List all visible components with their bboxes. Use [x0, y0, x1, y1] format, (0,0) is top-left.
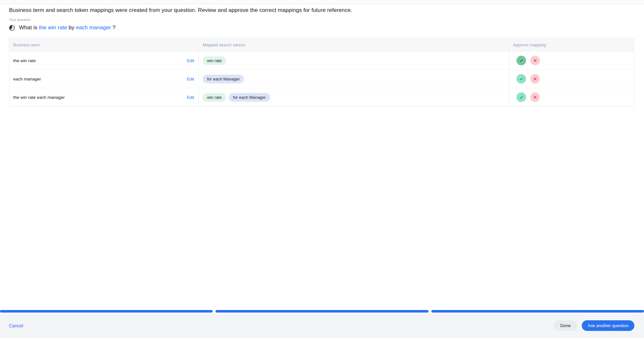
- main-content: Business term and search token mappings …: [0, 7, 644, 107]
- table-row: the win rate each managerEditwin ratefor…: [9, 88, 634, 106]
- mapping-table: Business term Mapped search tokens Appro…: [9, 38, 634, 107]
- cancel-button[interactable]: Cancel: [9, 323, 23, 328]
- business-term-text: the win rate each manager: [13, 95, 65, 100]
- column-header-mapped-tokens: Mapped search tokens: [199, 38, 509, 51]
- approve-mapping-cell: [509, 88, 634, 106]
- ask-another-question-button[interactable]: Ask another question: [582, 320, 634, 331]
- mapped-tokens-cell: win ratefor each Manager: [199, 88, 509, 106]
- token-chip: for each Manager: [203, 75, 244, 83]
- footer-actions: Done Ask another question: [553, 320, 634, 331]
- reject-mapping-button[interactable]: [530, 56, 540, 65]
- x-icon: [533, 77, 537, 81]
- mapped-tokens-cell: win rate: [199, 52, 509, 70]
- business-term-cell: the win rateEdit: [9, 52, 199, 70]
- question-text: What is the win rate by each manager ?: [19, 24, 116, 31]
- progress-bar: [0, 310, 644, 313]
- question-label: Your question: [9, 18, 634, 22]
- column-header-approve-mapping: Approve mapping: [509, 38, 634, 51]
- business-term-cell: the win rate each managerEdit: [9, 88, 199, 106]
- x-icon: [533, 95, 537, 99]
- table-body: the win rateEditwin rateeach managerEdit…: [9, 51, 634, 106]
- approve-mapping-button[interactable]: [516, 74, 526, 84]
- footer: Cancel Done Ask another question: [0, 313, 644, 338]
- bottom-bar: Cancel Done Ask another question: [0, 310, 644, 338]
- progress-segment: [216, 310, 428, 313]
- edit-button[interactable]: Edit: [187, 77, 194, 81]
- token-chip: win rate: [203, 56, 226, 65]
- globe-insight-icon: [9, 25, 15, 31]
- reject-mapping-button[interactable]: [530, 92, 540, 102]
- check-icon: [519, 58, 524, 63]
- progress-segment: [431, 310, 644, 313]
- table-row: the win rateEditwin rate: [9, 51, 634, 70]
- approve-mapping-cell: [509, 70, 634, 88]
- question-token[interactable]: each manager: [76, 24, 111, 31]
- table-header-row: Business term Mapped search tokens Appro…: [9, 38, 634, 51]
- approve-mapping-button[interactable]: [516, 56, 526, 65]
- approve-mapping-cell: [509, 52, 634, 70]
- question-row: What is the win rate by each manager ?: [9, 24, 634, 31]
- question-text-part: What is: [19, 24, 39, 31]
- intro-message: Business term and search token mappings …: [9, 7, 634, 14]
- token-chip: win rate: [203, 93, 226, 102]
- top-divider: [0, 0, 644, 4]
- mapped-tokens-cell: for each Manager: [199, 70, 509, 88]
- token-chip: for each Manager: [229, 93, 270, 102]
- check-icon: [519, 77, 524, 81]
- question-text-part: by: [67, 24, 76, 31]
- column-header-business-term: Business term: [9, 38, 199, 51]
- table-row: each managerEditfor each Manager: [9, 70, 634, 88]
- progress-segment: [0, 310, 213, 313]
- business-term-text: each manager: [13, 77, 41, 81]
- edit-button[interactable]: Edit: [187, 58, 194, 63]
- business-term-cell: each managerEdit: [9, 70, 199, 88]
- approve-mapping-button[interactable]: [516, 92, 526, 102]
- check-icon: [519, 95, 524, 99]
- reject-mapping-button[interactable]: [530, 74, 540, 84]
- business-term-text: the win rate: [13, 58, 36, 63]
- edit-button[interactable]: Edit: [187, 95, 194, 100]
- question-text-part: ?: [111, 24, 115, 31]
- question-token[interactable]: the win rate: [39, 24, 67, 31]
- x-icon: [533, 59, 537, 62]
- done-button[interactable]: Done: [553, 320, 577, 331]
